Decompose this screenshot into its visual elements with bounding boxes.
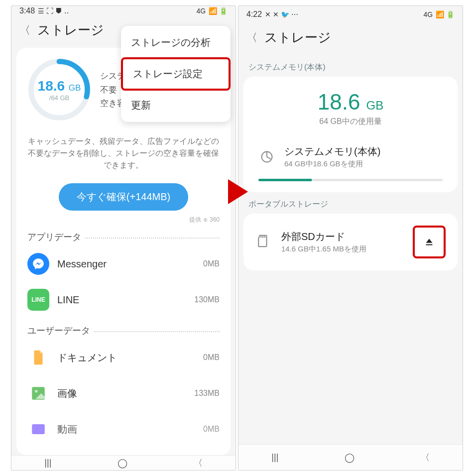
section-system-memory: システムメモリ(本体)	[248, 62, 453, 73]
donut-used: 18.6	[38, 78, 65, 94]
provider-label: 提供 ⊕ 360	[27, 216, 220, 224]
donut-unit: GB	[69, 83, 81, 93]
section-userdata: ユーザーデータ	[24, 318, 223, 340]
app-row-messenger[interactable]: Messenger 0MB	[24, 246, 223, 282]
app-name: LINE	[57, 294, 186, 306]
storage-donut: 18.6 GB /64 GB	[27, 58, 91, 121]
sd-sub: 14.6 GB中1.65 MBを使用	[281, 244, 404, 254]
nav-recents[interactable]: |||	[44, 458, 51, 468]
section-appdata-label: アプリデータ	[27, 231, 81, 243]
free-space-button[interactable]: 今すぐ確保(+144MB)	[59, 183, 188, 211]
page-title: ストレージ	[37, 21, 104, 39]
nav-home[interactable]: ◯	[345, 452, 355, 463]
section-userdata-label: ユーザーデータ	[27, 325, 90, 337]
status-net: 4G	[196, 7, 206, 15]
nav-back[interactable]: 〈	[194, 457, 203, 469]
video-icon	[27, 418, 49, 440]
item-size: 0MB	[203, 353, 220, 362]
divider	[85, 238, 220, 238]
section-appdata: アプリデータ	[24, 224, 223, 246]
app-size: 0MB	[203, 259, 220, 268]
item-name: ドキュメント	[57, 351, 195, 364]
svg-rect-4	[32, 424, 45, 434]
document-icon	[27, 347, 49, 368]
sd-card-icon	[255, 234, 272, 250]
divider	[94, 331, 220, 332]
app-row-line[interactable]: LINE LINE 130MB	[24, 282, 223, 318]
status-right-icons: 📶 🔋	[209, 7, 228, 15]
storage-desc: キャッシュデータ、残留データ、広告ファイルなどの不要なデータを削除し、ストレージ…	[24, 128, 223, 180]
item-size: 0MB	[203, 425, 220, 434]
status-left-icons: ☰ ⛶ ⛊ ‥	[38, 7, 69, 15]
status-left-icons: ✕ ✕ 🐦 ⋯	[265, 10, 298, 18]
sysmem-used: 18.6	[318, 90, 360, 114]
status-time: 3:48	[19, 6, 35, 15]
menu-item-analyze[interactable]: ストレージの分析	[121, 28, 231, 57]
item-name: 動画	[57, 423, 195, 436]
item-size: 133MB	[194, 389, 220, 398]
image-icon	[27, 382, 49, 404]
phone-left: 3:48 ☰ ⛶ ⛊ ‥ 4G 📶 🔋 〈 ストレージ 18.6 GB /64 …	[11, 5, 236, 471]
user-row-images[interactable]: 画像 133MB	[24, 375, 223, 411]
svg-marker-5	[228, 179, 248, 204]
sysmem-unit: GB	[366, 99, 384, 112]
item-name: 画像	[57, 387, 186, 400]
eject-button[interactable]	[416, 229, 443, 255]
user-row-documents[interactable]: ドキュメント 0MB	[24, 340, 223, 375]
status-net: 4G	[423, 10, 433, 18]
sysmem-sub: 64 GB中の使用量	[251, 117, 450, 127]
red-arrow-icon	[228, 179, 248, 204]
section-portable: ポータブルストレージ	[248, 199, 453, 210]
nav-recents[interactable]: |||	[271, 452, 278, 463]
status-time: 4:22	[246, 10, 262, 19]
overflow-menu: ストレージの分析 ストレージ設定 更新	[121, 26, 231, 122]
navbar: ||| ◯ 〈	[11, 455, 236, 470]
status-right-icons: 📶 🔋	[436, 10, 455, 18]
progress-bar	[258, 179, 443, 181]
pie-icon	[258, 148, 275, 165]
app-size: 130MB	[194, 295, 220, 304]
sd-title: 外部SDカード	[281, 230, 404, 243]
page-title: ストレージ	[264, 29, 331, 46]
nav-back[interactable]: 〈	[421, 452, 430, 464]
eject-highlight	[413, 226, 446, 258]
back-icon[interactable]: 〈	[246, 30, 257, 45]
svg-point-3	[35, 390, 38, 393]
messenger-icon	[27, 253, 49, 275]
sd-card: 外部SDカード 14.6 GB中1.65 MBを使用	[243, 214, 458, 270]
statusbar: 4:22 ✕ ✕ 🐦 ⋯ 4G 📶 🔋	[238, 6, 463, 23]
user-row-video[interactable]: 動画 0MB	[24, 411, 223, 447]
back-icon[interactable]: 〈	[19, 23, 30, 38]
sysitem-title: システムメモリ(本体)	[284, 145, 380, 158]
donut-total: /64 GB	[49, 94, 69, 102]
navbar: ||| ◯ 〈	[238, 444, 463, 470]
menu-item-refresh[interactable]: 更新	[121, 91, 231, 120]
menu-item-settings[interactable]: ストレージ設定	[121, 57, 231, 91]
system-memory-item[interactable]: システムメモリ(本体) 64 GB中18.6 GBを使用	[251, 136, 450, 173]
line-icon: LINE	[27, 289, 49, 311]
sysitem-sub: 64 GB中18.6 GBを使用	[284, 159, 380, 169]
header: 〈 ストレージ	[238, 23, 463, 55]
statusbar: 3:48 ☰ ⛶ ⛊ ‥ 4G 📶 🔋	[11, 6, 236, 15]
phone-right: 4:22 ✕ ✕ 🐦 ⋯ 4G 📶 🔋 〈 ストレージ システムメモリ(本体) …	[238, 5, 463, 471]
sd-row[interactable]: 外部SDカード 14.6 GB中1.65 MBを使用	[248, 217, 453, 267]
app-name: Messenger	[57, 258, 195, 270]
nav-home[interactable]: ◯	[118, 458, 127, 469]
eject-icon	[424, 237, 435, 247]
system-memory-card: 18.6 GB 64 GB中の使用量 システムメモリ(本体) 64 GB中18.…	[243, 77, 458, 192]
